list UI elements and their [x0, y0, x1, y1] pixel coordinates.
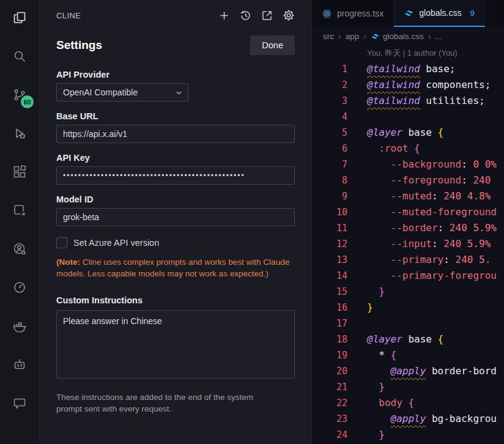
- base-url-label: Base URL: [56, 111, 295, 121]
- open-in-editor-icon[interactable]: [261, 9, 273, 22]
- run-debug-icon[interactable]: [10, 124, 29, 142]
- custom-instructions-textarea[interactable]: Please answer in Chinese: [56, 310, 295, 379]
- code-text[interactable]: :root {: [347, 141, 420, 157]
- code-line[interactable]: 6 :root {: [312, 141, 504, 157]
- azure-version-checkbox[interactable]: [56, 237, 67, 248]
- line-number: 12: [312, 236, 347, 252]
- code-text[interactable]: }: [347, 379, 385, 395]
- code-text[interactable]: body {: [347, 395, 414, 411]
- code-line[interactable]: 15 }: [312, 284, 504, 300]
- breadcrumb-app[interactable]: app: [346, 32, 360, 41]
- code-line[interactable]: 13 --primary: 240 5.: [312, 252, 504, 268]
- new-task-plus-icon[interactable]: [218, 9, 231, 22]
- history-icon[interactable]: [239, 9, 252, 22]
- code-line[interactable]: 21 }: [312, 379, 504, 395]
- tab-label: globals.css: [419, 8, 461, 18]
- api-provider-value: OpenAI Compatible: [63, 87, 138, 97]
- api-key-masked-value: ••••••••••••••••••••••••••••••••••••••••…: [63, 171, 245, 180]
- code-line[interactable]: 1@tailwind base;: [312, 61, 504, 77]
- line-number: 19: [312, 347, 347, 363]
- code-line[interactable]: 2@tailwind components;: [312, 77, 504, 93]
- code-line[interactable]: 22 body {: [312, 395, 504, 411]
- code-text[interactable]: --background: 0 0%: [347, 157, 497, 172]
- code-line[interactable]: 5@layer base {: [312, 125, 504, 141]
- done-button[interactable]: Done: [250, 35, 295, 55]
- code-text[interactable]: @tailwind components;: [347, 77, 491, 93]
- code-line[interactable]: 24 }: [312, 427, 504, 443]
- cline-robot-icon[interactable]: [10, 355, 29, 374]
- line-number: 22: [312, 395, 347, 411]
- code-line[interactable]: 16}: [312, 300, 504, 316]
- code-area[interactable]: 1@tailwind base;2@tailwind components;3@…: [312, 61, 504, 443]
- code-line[interactable]: 19 * {: [312, 347, 504, 363]
- code-text[interactable]: --muted-foreground: [347, 204, 497, 220]
- breadcrumb-separator: ›: [338, 31, 341, 41]
- code-text[interactable]: @apply bg-backgrou: [347, 411, 497, 427]
- code-line[interactable]: 12 --input: 240 5.9%: [312, 236, 504, 252]
- line-number: 2: [312, 77, 347, 93]
- code-text[interactable]: --primary: 240 5.: [347, 252, 491, 268]
- code-text[interactable]: --foreground: 240: [347, 172, 491, 188]
- line-number: 8: [312, 172, 347, 188]
- code-line[interactable]: 18@layer base {: [312, 331, 504, 347]
- api-provider-select[interactable]: OpenAI Compatible: [56, 83, 188, 102]
- code-line[interactable]: 20 @apply border-bord: [312, 363, 504, 379]
- code-text[interactable]: --primary-foregrou: [347, 268, 497, 284]
- line-number: 10: [312, 204, 347, 220]
- code-text[interactable]: @tailwind utilities;: [347, 93, 485, 109]
- code-line[interactable]: 4: [312, 109, 504, 125]
- line-number: 16: [312, 300, 347, 316]
- code-text[interactable]: @layer base {: [347, 331, 443, 347]
- search-icon[interactable]: [10, 47, 29, 65]
- code-line[interactable]: 11 --border: 240 5.9%: [312, 220, 504, 236]
- code-line[interactable]: 9 --muted: 240 4.8%: [312, 188, 504, 204]
- cline-panel: CLINE Settings Done API Provider OpenAI …: [40, 0, 312, 444]
- react-icon: [322, 9, 332, 19]
- code-line[interactable]: 17: [312, 316, 504, 331]
- code-line[interactable]: 8 --foreground: 240: [312, 172, 504, 188]
- code-text[interactable]: }: [347, 300, 373, 316]
- tab-progress-tsx[interactable]: progress.tsx: [312, 0, 394, 27]
- breadcrumb-more[interactable]: ...: [435, 32, 442, 41]
- breadcrumb-src[interactable]: src: [323, 32, 334, 41]
- code-line[interactable]: 7 --background: 0 0%: [312, 157, 504, 172]
- settings-header-row: Settings Done: [40, 31, 311, 55]
- code-line[interactable]: 10 --muted-foreground: [312, 204, 504, 220]
- model-id-input[interactable]: [56, 208, 295, 226]
- code-text[interactable]: * {: [347, 347, 396, 363]
- code-line[interactable]: 3@tailwind utilities;: [312, 93, 504, 109]
- breadcrumb-file[interactable]: globals.css: [383, 32, 424, 41]
- code-text[interactable]: --muted: 240 4.8%: [347, 188, 491, 204]
- note-bold: (Note:: [56, 257, 80, 267]
- note-text: Cline uses complex prompts and works bes…: [56, 257, 289, 278]
- tab-globals-css[interactable]: globals.css 9: [394, 0, 485, 27]
- line-number: 24: [312, 427, 347, 443]
- code-text[interactable]: }: [347, 284, 385, 300]
- docker-icon[interactable]: [10, 317, 29, 335]
- chat-icon[interactable]: [10, 394, 29, 412]
- code-text[interactable]: @apply border-bord: [347, 363, 497, 379]
- line-number: 13: [312, 252, 347, 268]
- source-control-icon[interactable]: 60: [10, 86, 29, 104]
- gauge-icon[interactable]: [10, 278, 29, 297]
- remote-window-icon[interactable]: [10, 201, 29, 220]
- code-text[interactable]: @tailwind base;: [347, 61, 456, 77]
- code-line[interactable]: 23 @apply bg-backgrou: [312, 411, 504, 427]
- account-icon[interactable]: [10, 240, 29, 258]
- extensions-icon[interactable]: [10, 163, 29, 181]
- code-text[interactable]: --input: 240 5.9%: [347, 236, 491, 252]
- gitlens-blame: You, 昨天 | 1 author (You): [312, 45, 504, 61]
- api-key-input[interactable]: ••••••••••••••••••••••••••••••••••••••••…: [56, 166, 295, 185]
- code-line[interactable]: 14 --primary-foregrou: [312, 268, 504, 284]
- code-text[interactable]: [347, 316, 367, 331]
- settings-gear-icon[interactable]: [282, 9, 295, 22]
- settings-form: API Provider OpenAI Compatible Base URL …: [40, 70, 311, 415]
- code-text[interactable]: [347, 109, 367, 125]
- azure-version-row[interactable]: Set Azure API version: [56, 237, 295, 248]
- code-text[interactable]: --border: 240 5.9%: [347, 220, 497, 236]
- code-text[interactable]: @layer base {: [347, 125, 443, 141]
- explorer-icon[interactable]: [10, 9, 29, 27]
- base-url-input[interactable]: [56, 125, 295, 143]
- code-text[interactable]: }: [347, 427, 385, 443]
- line-number: 7: [312, 157, 347, 172]
